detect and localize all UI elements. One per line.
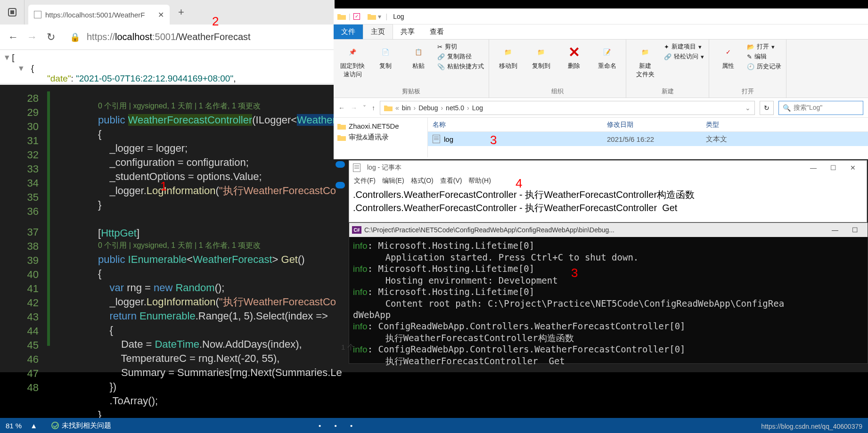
new-folder-button[interactable]: 📁新建 文件夹: [631, 41, 659, 79]
onedrive-icons: [336, 161, 345, 188]
browser-tab-strip: https://localhost:5001/WeatherF ✕ +: [0, 0, 335, 25]
nav-item-folder[interactable]: Zhaoxi.NET5De: [337, 121, 424, 131]
browser-toolbar: ← → ↻ 🔒 https://localhost:5001/WeatherFo…: [0, 25, 335, 50]
minimize-button[interactable]: —: [803, 164, 823, 172]
lock-icon: 🔒: [70, 32, 80, 42]
text-file-icon: [433, 135, 440, 143]
edit-button[interactable]: ✎编辑: [747, 52, 781, 61]
copy-path-button[interactable]: 🔗复制路径: [437, 52, 484, 61]
nav-item-folder[interactable]: 审批&通讯录: [337, 131, 424, 143]
cut-button[interactable]: ✂剪切: [437, 42, 484, 51]
search-icon: 🔍: [783, 104, 791, 112]
ribbon-tab-file[interactable]: 文件: [334, 25, 363, 39]
maximize-button[interactable]: ☐: [845, 226, 865, 234]
annotation-3b: 3: [571, 266, 578, 280]
ribbon-tab-share[interactable]: 共享: [393, 25, 422, 39]
file-list-header[interactable]: 名称 修改日期 类型: [428, 118, 868, 132]
menu-view[interactable]: 查看(V): [440, 177, 462, 185]
notepad-menu[interactable]: 文件(F) 编辑(E) 格式(O) 查看(V) 帮助(H): [349, 175, 867, 187]
minimize-button[interactable]: —: [825, 226, 845, 234]
annotation-3: 3: [490, 133, 497, 147]
code-body[interactable]: 0 个引用 | xgysigned, 1 天前 | 1 名作者, 1 项更改 p…: [47, 85, 342, 372]
browser-tab[interactable]: https://localhost:5001/WeatherF ✕: [28, 5, 170, 25]
cloud-icon: [336, 161, 345, 168]
nav-forward-button: →: [351, 104, 357, 112]
notepad-body[interactable]: .Controllers.WeatherForecastController -…: [349, 187, 867, 215]
close-button[interactable]: ✕: [843, 164, 863, 172]
text-file-icon: [353, 163, 360, 172]
back-button[interactable]: ←: [4, 28, 23, 47]
explorer-address-row: ← → ˅ ↑ « bin› Debug› net5.0› Log ⌄ ↻ 🔍 …: [334, 98, 868, 118]
terminal-titlebar[interactable]: C# C:\Project\Practice\NET5Code\ConfigRe…: [349, 223, 868, 237]
maximize-button[interactable]: ☐: [823, 164, 843, 172]
explorer-item-count: 1 个: [341, 343, 354, 352]
watermark: https://blog.csdn.net/qq_40600379: [761, 423, 862, 430]
easy-access-button[interactable]: 🔗轻松访问▾: [664, 52, 704, 61]
annotation-2: 2: [212, 14, 219, 29]
menu-help[interactable]: 帮助(H): [468, 177, 491, 185]
menu-format[interactable]: 格式(O): [411, 177, 434, 185]
explorer-titlebar[interactable]: | ✓ ▾ | Log: [334, 8, 868, 25]
nav-up-button[interactable]: ↑: [372, 104, 375, 112]
new-tab-button[interactable]: +: [178, 6, 184, 18]
checkbox-icon[interactable]: ✓: [353, 13, 360, 20]
nav-pane[interactable]: Zhaoxi.NET5De 审批&通讯录: [334, 118, 428, 157]
nav-back-button[interactable]: ←: [338, 104, 345, 112]
rename-button[interactable]: 📝重命名: [593, 41, 621, 70]
refresh-button[interactable]: ↻: [41, 28, 60, 47]
new-item-button[interactable]: ✦新建项目▾: [664, 42, 704, 51]
terminal-window: C# C:\Project\Practice\NET5Code\ConfigRe…: [349, 222, 868, 364]
notepad-window: log - 记事本 — ☐ ✕ 文件(F) 编辑(E) 格式(O) 查看(V) …: [349, 160, 867, 222]
menu-file[interactable]: 文件(F): [354, 177, 376, 185]
open-button[interactable]: 📂打开▾: [747, 42, 781, 51]
json-response: ▾ [ ▾ { "date": "2021-05-07T16:22:12.904…: [0, 50, 335, 83]
cloud-icon: [336, 182, 345, 188]
editor-status-bar: 81 % ▲ 未找到相关问题 • • •: [0, 418, 868, 433]
zoom-up-icon[interactable]: ▲: [30, 422, 37, 430]
address-bar[interactable]: 🔒 https://localhost:5001/WeatherForecast: [70, 32, 251, 42]
copy-button[interactable]: 📄复制: [371, 41, 400, 70]
copy-to-button[interactable]: 📁复制到: [527, 41, 555, 70]
paste-button[interactable]: 📋粘贴: [404, 41, 433, 70]
forward-button: →: [23, 28, 41, 47]
path-refresh-button[interactable]: ↻: [760, 101, 774, 115]
line-gutter: 2829303132333435363738394041424344454647…: [0, 85, 47, 372]
ribbon: 📌固定到快 速访问 📄复制 📋粘贴 ✂剪切 🔗复制路径 📎粘贴快捷方式 剪贴板 …: [334, 40, 868, 98]
pin-button[interactable]: 📌固定到快 速访问: [338, 41, 367, 79]
nav-recent-button[interactable]: ˅: [363, 104, 366, 112]
terminal-body[interactable]: info: Microsoft.Hosting.Lifetime[0] Appl…: [349, 237, 868, 369]
close-icon[interactable]: ✕: [158, 10, 164, 19]
notepad-titlebar[interactable]: log - 记事本 — ☐ ✕: [349, 161, 867, 175]
window-title: Log: [393, 13, 404, 20]
ribbon-tab-home[interactable]: 主页: [363, 24, 393, 39]
explorer-search-box[interactable]: 🔍 搜索"Log": [778, 101, 863, 115]
browser-window: https://localhost:5001/WeatherF ✕ + ← → …: [0, 0, 335, 85]
properties-button[interactable]: ✓属性: [714, 41, 742, 70]
browser-shield-icon[interactable]: [0, 0, 25, 25]
menu-edit[interactable]: 编辑(E): [382, 177, 404, 185]
cs-icon: C#: [352, 226, 361, 234]
ribbon-tabs: 文件 主页 共享 查看: [334, 25, 868, 40]
history-button[interactable]: 🕘历史记录: [747, 62, 781, 71]
folder-icon: [337, 13, 346, 20]
svg-rect-1: [10, 10, 14, 14]
status-indicators: • • •: [319, 422, 358, 430]
file-explorer: | ✓ ▾ | Log 文件 主页 共享 查看 📌固定到快 速访问 📄复制 📋粘…: [334, 8, 868, 159]
status-message: 未找到相关问题: [62, 421, 111, 430]
folder-icon: [368, 13, 376, 20]
paste-shortcut-button[interactable]: 📎粘贴快捷方式: [437, 62, 484, 71]
breadcrumb-bar[interactable]: « bin› Debug› net5.0› Log ⌄: [380, 101, 755, 115]
ribbon-tab-view[interactable]: 查看: [422, 25, 451, 39]
annotation-1: 1: [160, 179, 167, 194]
annotation-4: 4: [516, 176, 522, 191]
tab-title: https://localhost:5001/WeatherF: [45, 11, 145, 19]
zoom-level[interactable]: 81 %: [6, 422, 22, 430]
page-icon: [34, 11, 41, 18]
check-icon: [51, 422, 59, 429]
move-to-button[interactable]: 📁移动到: [494, 41, 522, 70]
delete-button[interactable]: ✕删除: [560, 41, 588, 70]
